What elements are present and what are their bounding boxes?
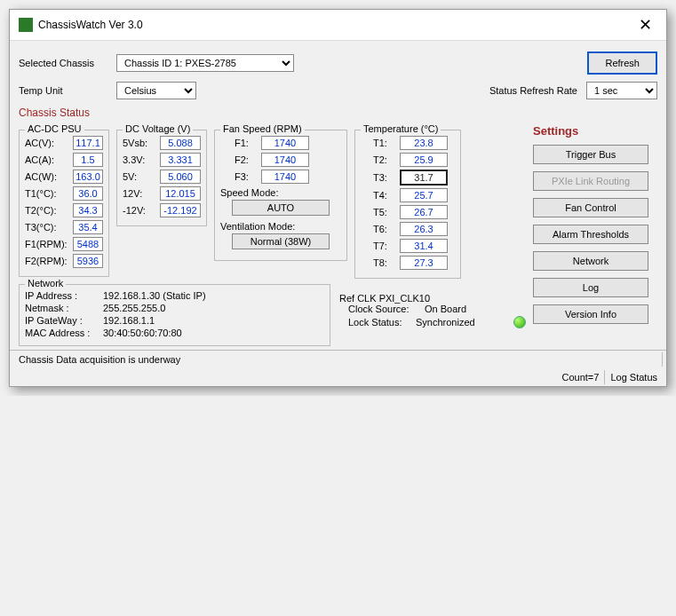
- selected-chassis-label: Selected Chassis: [19, 58, 116, 68]
- group-dc-voltage: DC Voltage (V) 5Vsb:5.0883.3V:3.3315V:5.…: [116, 130, 207, 226]
- refresh-button[interactable]: Refresh: [587, 51, 657, 75]
- fan-value: 1740: [261, 170, 309, 184]
- dc-label: -12V:: [123, 205, 156, 216]
- clock-source-value: On Board: [425, 304, 466, 314]
- dc-value: 5.088: [160, 136, 201, 150]
- temp-row: T1:23.8: [373, 136, 455, 150]
- speed-mode-label: Speed Mode:: [220, 187, 341, 198]
- temp-value: 25.7: [400, 188, 448, 202]
- gateway-label: IP GateWay :: [25, 315, 96, 326]
- status-refresh-rate-label: Status Refresh Rate: [489, 85, 577, 96]
- chassis-status-heading: Chassis Status: [19, 107, 657, 119]
- network-button[interactable]: Network: [533, 251, 648, 271]
- dc-value: 12.015: [160, 186, 201, 201]
- psu-row: F2(RPM):5936: [25, 254, 103, 268]
- group-fan-speed: Fan Speed (RPM) F1:1740F2:1740F3:1740 Sp…: [214, 130, 347, 261]
- group-title-dc: DC Voltage (V): [123, 123, 193, 134]
- temp-unit-label: Temp Unit: [19, 85, 116, 96]
- fan-label: F1:: [235, 138, 258, 148]
- psu-row: T1(°C):36.0: [25, 186, 103, 201]
- mac-address-label: MAC Address :: [25, 328, 96, 338]
- trigger-bus-button[interactable]: Trigger Bus: [533, 145, 648, 164]
- group-temperature: Temperature (°C) T1:23.8T2:25.9T3:31.7T4…: [354, 130, 461, 279]
- fan-value: 1740: [261, 153, 309, 167]
- temp-row: T7:31.4: [373, 239, 455, 253]
- temp-row: T2:25.9: [373, 153, 455, 167]
- temp-unit-select[interactable]: Celsius: [116, 82, 196, 99]
- temp-value: 31.4: [400, 239, 448, 253]
- group-title-fan: Fan Speed (RPM): [220, 123, 305, 134]
- temp-label: T8:: [373, 257, 396, 268]
- ip-address-label: IP Address :: [25, 290, 96, 301]
- selected-chassis-select[interactable]: Chassis ID 1: PXES-2785: [116, 54, 294, 72]
- ip-address-value: 192.168.1.30 (Static IP): [103, 290, 206, 301]
- fan-label: F2:: [235, 154, 258, 165]
- fan-label: F3:: [235, 171, 258, 182]
- psu-label: T3(°C):: [25, 222, 69, 233]
- mac-address-value: 30:40:50:60:70:80: [103, 328, 182, 338]
- close-icon[interactable]: ✕: [633, 15, 657, 35]
- temp-value: 26.7: [400, 205, 448, 219]
- speed-mode-button[interactable]: AUTO: [232, 200, 330, 216]
- window-title: ChassisWatch Ver 3.0: [38, 19, 143, 31]
- psu-label: F2(RPM):: [25, 256, 69, 266]
- version-info-button[interactable]: Version Info: [533, 304, 648, 324]
- dc-label: 3.3V:: [123, 154, 156, 165]
- group-refclk: Ref CLK PXI_CLK10 Clock Source:On Board …: [339, 284, 526, 330]
- lock-status-led-icon: [513, 316, 526, 328]
- psu-label: T2(°C):: [25, 205, 69, 216]
- group-title-temp: Temperature (°C): [361, 123, 441, 134]
- psu-row: AC(W):163.0: [25, 170, 103, 184]
- status-refresh-rate-select[interactable]: 1 sec: [586, 82, 657, 99]
- psu-label: AC(V):: [25, 138, 69, 148]
- lock-status-label: Lock Status:: [348, 317, 410, 328]
- temp-row: T5:26.7: [373, 205, 455, 219]
- temp-value: 31.7: [400, 170, 448, 186]
- psu-row: F1(RPM):5488: [25, 237, 103, 251]
- netmask-value: 255.255.255.0: [103, 303, 165, 313]
- status-count: Count=7: [557, 370, 606, 384]
- pxie-link-routing-button[interactable]: PXIe Link Routing: [533, 171, 648, 191]
- fan-value: 1740: [261, 136, 309, 150]
- dc-label: 12V:: [123, 188, 156, 199]
- temp-row: T8:27.3: [373, 256, 455, 270]
- temp-label: T1:: [373, 138, 396, 148]
- temp-label: T6:: [373, 224, 396, 234]
- dc-row: 3.3V:3.331: [123, 153, 201, 167]
- psu-value: 5936: [73, 254, 103, 268]
- group-title-psu: AC-DC PSU: [25, 123, 84, 134]
- psu-label: AC(A):: [25, 154, 69, 165]
- group-acdc-psu: AC-DC PSU AC(V):117.1AC(A):1.5AC(W):163.…: [19, 130, 109, 277]
- dc-label: 5V:: [123, 171, 156, 182]
- temp-value: 25.9: [400, 153, 448, 167]
- psu-label: F1(RPM):: [25, 239, 69, 249]
- netmask-label: Netmask :: [25, 303, 96, 313]
- temp-label: T5:: [373, 207, 396, 217]
- temp-value: 23.8: [400, 136, 448, 150]
- psu-value: 34.3: [73, 203, 103, 217]
- temp-value: 26.3: [400, 222, 448, 236]
- psu-row: AC(A):1.5: [25, 153, 103, 167]
- status-log: Log Status: [605, 370, 663, 384]
- dc-row: -12V:-12.192: [123, 203, 201, 217]
- temp-label: T4:: [373, 190, 396, 201]
- fan-control-button[interactable]: Fan Control: [533, 198, 648, 217]
- psu-value: 163.0: [73, 170, 103, 184]
- dc-value: 3.331: [160, 153, 201, 167]
- ventilation-mode-button[interactable]: Normal (38W): [232, 233, 330, 249]
- titlebar: ChassisWatch Ver 3.0 ✕: [10, 10, 666, 41]
- psu-value: 117.1: [73, 136, 103, 150]
- group-network: Network IP Address :192.168.1.30 (Static…: [19, 284, 330, 346]
- group-title-network: Network: [25, 278, 66, 288]
- dc-row: 5Vsb:5.088: [123, 136, 201, 150]
- psu-row: T2(°C):34.3: [25, 203, 103, 217]
- temp-row: T3:31.7: [373, 170, 455, 186]
- log-button[interactable]: Log: [533, 278, 648, 297]
- fan-row: F1:1740: [235, 136, 341, 150]
- dc-value: -12.192: [160, 203, 201, 217]
- alarm-thresholds-button[interactable]: Alarm Thresholds: [533, 225, 648, 244]
- dc-row: 5V:5.060: [123, 170, 201, 184]
- psu-value: 35.4: [73, 220, 103, 234]
- temp-value: 27.3: [400, 256, 448, 270]
- psu-value: 1.5: [73, 153, 103, 167]
